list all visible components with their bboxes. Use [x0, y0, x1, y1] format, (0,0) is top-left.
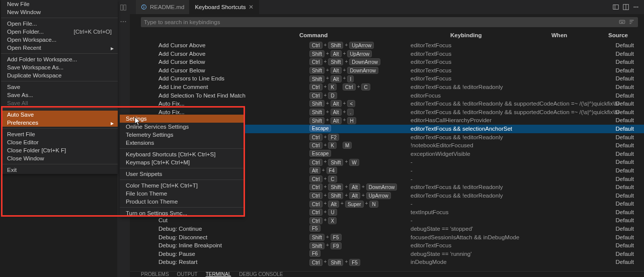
table-row[interactable]: Add Cursor AboveShift+Alt+UpArroweditorT… [141, 50, 644, 58]
cell-source: Default [616, 166, 634, 175]
panel-problems[interactable]: PROBLEMS [141, 271, 169, 277]
menu-separator [1, 128, 118, 129]
menu-item-label: Save [7, 84, 20, 90]
menu-item-label: Add Folder to Workspace... [7, 56, 77, 62]
header-source[interactable]: Source [608, 32, 628, 38]
menu-item[interactable]: Revert File [1, 130, 118, 138]
cell-keybinding: Ctrl+KCtrl+C [309, 83, 370, 91]
close-icon[interactable]: ✕ [249, 4, 254, 11]
tab-label: Keyboard Shortcuts [195, 4, 246, 10]
cell-keybinding: Ctrl+F2 [309, 133, 339, 142]
table-row[interactable]: Add Cursor BelowCtrl+Shift+DownArrowedit… [141, 58, 644, 66]
menu-item[interactable]: Auto Save [1, 111, 118, 119]
header-keybinding[interactable]: Keybinding [450, 32, 482, 38]
menu-item[interactable]: Exit [1, 166, 118, 174]
menu-item[interactable]: New File [1, 0, 118, 8]
table-row[interactable]: Debug: Inline BreakpointShift+F9editorTe… [141, 241, 644, 250]
cell-source: Default [616, 250, 634, 258]
info-icon [141, 4, 147, 10]
menu-item[interactable]: Extensions [120, 139, 244, 147]
svg-rect-0 [121, 5, 123, 11]
cell-keybinding: Shift+Alt+I [309, 74, 354, 83]
menu-item[interactable]: Save Workspace As... [1, 63, 118, 71]
cell-source: Default [616, 200, 634, 208]
header-when[interactable]: When [551, 32, 567, 38]
table-row[interactable]: Add Line CommentCtrl+KCtrl+CeditorTextFo… [141, 83, 644, 91]
menu-item[interactable]: Open Recent▸ [1, 44, 118, 52]
panel-output[interactable]: OUTPUT [177, 271, 198, 277]
keybinding-header: Command Keybinding When Source [141, 30, 638, 40]
menu-item[interactable]: Settings [120, 115, 244, 123]
svg-point-11 [635, 7, 636, 8]
svg-rect-1 [124, 5, 126, 11]
menu-item[interactable]: Add Folder to Workspace... [1, 55, 118, 63]
open-json-icon[interactable] [612, 3, 620, 11]
cell-keybinding: Shift+Alt+< [309, 100, 355, 108]
table-row[interactable]: Debug: DisconnectShift+F5focusedSessionI… [141, 233, 644, 242]
header-command[interactable]: Command [299, 32, 328, 38]
search-input[interactable] [144, 19, 619, 25]
table-row[interactable]: Add Selection To Next Find MatchCtrl+Ded… [141, 91, 644, 100]
table-row[interactable]: Add Cursor AboveCtrl+Shift+UpArroweditor… [141, 41, 644, 50]
table-row[interactable]: Debug: RestartCtrl+Shift+F5inDebugModeDe… [141, 258, 644, 266]
menu-item[interactable]: Open Folder...[Ctrl+K Ctrl+O] [1, 28, 118, 36]
svg-rect-14 [620, 21, 621, 21]
menu-item[interactable]: Save [1, 83, 118, 91]
table-row[interactable]: Add Cursors to Line EndsShift+Alt+Iedito… [141, 74, 644, 83]
panel-terminal[interactable]: TERMINAL [206, 271, 231, 277]
cell-when: editorTextFocus && !editorReadonly [411, 83, 503, 91]
cell-source: Default [616, 41, 634, 50]
compare-icon[interactable] [120, 4, 127, 12]
cell-source: Default [616, 225, 634, 233]
cell-keybinding: Shift+Alt+UpArrow [309, 50, 372, 58]
menu-item[interactable]: User Snippets [120, 170, 244, 178]
menu-item-label: Duplicate Workspace [7, 72, 61, 78]
menu-item[interactable]: Duplicate Workspace [1, 71, 118, 79]
table-row[interactable]: Debug: ContinueF5debugState == 'stopped'… [141, 225, 644, 233]
chevron-right-icon: ▸ [111, 119, 114, 127]
cell-source: Default [616, 150, 634, 158]
tab-readme[interactable]: README.md [136, 0, 190, 14]
cell-when: editorTextFocus && !editorReadonly && su… [411, 100, 619, 108]
menu-item[interactable]: Color Theme [Ctrl+K Ctrl+T] [120, 181, 244, 190]
menu-item-label: New File [7, 1, 30, 7]
menu-item[interactable]: Telemetry Settings [120, 131, 244, 139]
menu-item[interactable]: Keymaps [Ctrl+K Ctrl+M] [120, 158, 244, 166]
keybinding-search[interactable] [141, 17, 638, 27]
menu-item[interactable]: Preferences▸ [1, 119, 118, 127]
table-row[interactable]: Debug: PauseF6debugState == 'running'Def… [141, 250, 644, 258]
cell-keybinding: Ctrl+Shift+Alt+DownArrow [309, 183, 397, 192]
cell-command: Debug: Inline Breakpoint [158, 241, 222, 250]
more-icon[interactable] [632, 3, 640, 11]
svg-point-3 [123, 21, 124, 22]
menu-item[interactable]: Close Folder [Ctrl+K F] [1, 146, 118, 154]
cell-source: Default [616, 141, 634, 150]
sort-icon[interactable] [628, 19, 635, 26]
cell-when: !notebookEditorFocused [411, 141, 473, 150]
menu-item[interactable]: Product Icon Theme [120, 198, 244, 206]
cell-when: debugState == 'running' [411, 250, 471, 258]
split-editor-icon[interactable] [622, 3, 630, 11]
cell-source: Default [616, 175, 634, 183]
tab-keyboard-shortcuts[interactable]: Keyboard Shortcuts ✕ [190, 0, 259, 14]
menu-item-label: Open Folder... [7, 29, 44, 35]
menu-item[interactable]: Turn on Settings Sync... [120, 209, 244, 217]
menu-item[interactable]: Keyboard Shortcuts [Ctrl+K Ctrl+S] [120, 150, 244, 158]
table-row[interactable]: Add Cursor BelowShift+Alt+DownArrowedito… [141, 66, 644, 75]
menu-item[interactable]: File Icon Theme [120, 190, 244, 198]
record-keys-icon[interactable] [619, 19, 625, 26]
panel-debug-console[interactable]: DEBUG CONSOLE [239, 271, 283, 277]
menu-item[interactable]: Open File... [1, 20, 118, 28]
menu-item-label: Auto Save [7, 112, 34, 118]
cell-source: Default [616, 91, 634, 100]
menu-separator [120, 168, 244, 168]
menu-item[interactable]: Open Workspace... [1, 36, 118, 44]
table-row[interactable]: CutCtrl+X-Default [141, 216, 644, 225]
ellipsis-icon[interactable] [120, 18, 127, 26]
menu-item[interactable]: Close Editor [1, 138, 118, 146]
menu-item[interactable]: Online Services Settings [120, 123, 244, 131]
menu-item[interactable]: Save As... [1, 91, 118, 99]
menu-item[interactable]: Close Window [1, 154, 118, 162]
table-row[interactable]: Auto Fix...Shift+Alt+<editorTextFocus &&… [141, 100, 644, 108]
menu-item[interactable]: New Window [1, 8, 118, 16]
